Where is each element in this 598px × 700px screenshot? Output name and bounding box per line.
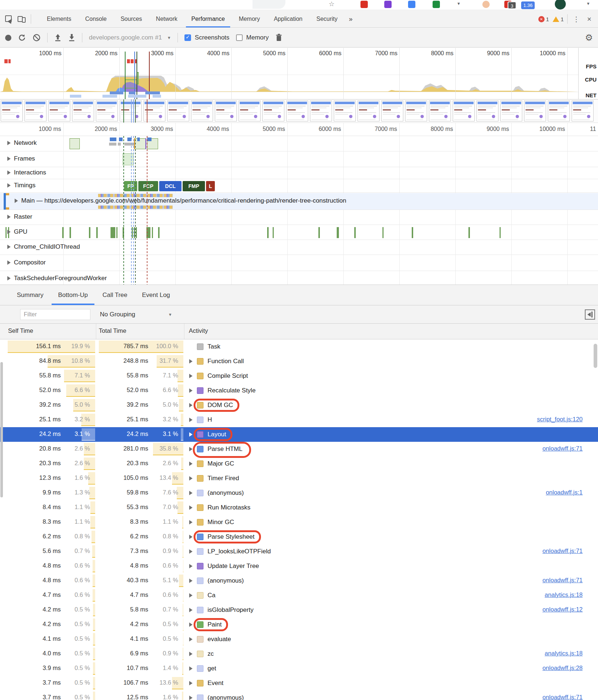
profile-avatar[interactable] [555,0,566,10]
timing-badge-fmp[interactable]: FMP [183,181,205,191]
tab-event-log[interactable]: Event Log [135,285,177,305]
table-row[interactable]: 4.2 ms0.5 %5.8 ms0.7 %isGlobalPropertyon… [0,603,598,617]
tab-network[interactable]: Network [149,11,184,27]
tab-memory[interactable]: Memory [232,11,267,27]
activity-name[interactable]: Layout [208,431,226,438]
extension-icon[interactable] [384,1,392,8]
table-row[interactable]: 8.4 ms1.1 %55.3 ms7.0 %Run Microtasks [0,500,598,515]
device-toolbar-icon[interactable] [18,15,26,23]
source-location-link[interactable]: onloadwff.js:71 [542,445,583,452]
tab-call-tree[interactable]: Call Tree [95,285,135,305]
tab-console[interactable]: Console [78,11,114,27]
activity-name[interactable]: (anonymous) [208,694,244,700]
expand-arrow-icon[interactable] [189,462,193,466]
menu-caret-icon[interactable]: ▾ [587,1,590,6]
filmstrip-thumbnail[interactable] [120,101,142,121]
expand-arrow-icon[interactable] [189,403,193,407]
disclosure-arrow-icon[interactable] [7,230,11,234]
filmstrip-thumbnail[interactable] [286,101,308,121]
filmstrip-thumbnail[interactable] [96,101,118,121]
garbage-collect-icon[interactable] [275,33,283,42]
warning-count-badge[interactable]: 1 [553,16,564,22]
activity-name[interactable]: evaluate [208,636,231,643]
activity-name[interactable]: Event [208,680,223,687]
filmstrip-thumbnail[interactable] [548,101,570,121]
filmstrip-thumbnail[interactable] [167,101,189,121]
bookmark-star-icon[interactable]: ☆ [329,0,334,8]
filmstrip-thumbnail[interactable] [453,101,475,121]
disclosure-arrow-icon[interactable] [7,260,11,265]
activity-name[interactable]: isGlobalProperty [208,606,254,614]
activity-name[interactable]: Ca [208,592,216,599]
track-main[interactable]: Main — https://developers.google.com/web… [0,193,598,210]
filmstrip-thumbnail[interactable] [262,101,284,121]
tab-security[interactable]: Security [309,11,344,27]
expand-arrow-icon[interactable] [189,696,193,700]
expand-arrow-icon[interactable] [189,622,193,627]
activity-name[interactable]: Run Microtasks [208,504,250,511]
expand-arrow-icon[interactable] [189,374,193,378]
table-row[interactable]: 4.2 ms0.5 %4.2 ms0.5 %Paint [0,617,598,632]
table-row[interactable]: 39.2 ms5.0 %39.2 ms5.0 %DOM GC [0,398,598,413]
activity-name[interactable]: LP_looksLikeOTPField [208,548,271,555]
expand-arrow-icon[interactable] [189,666,193,671]
source-location-link[interactable]: onloadwff.js:12 [542,606,583,613]
screenshots-checkbox[interactable] [184,34,191,41]
record-button[interactable] [5,35,11,41]
table-row[interactable]: 52.0 ms6.6 %52.0 ms6.6 %Recalculate Styl… [0,383,598,398]
table-row[interactable]: 25.1 ms3.2 %25.1 ms3.2 %Hscript_foot.js:… [0,413,598,427]
source-location-link[interactable]: onloadwff.js:1 [546,489,583,496]
flame-chart[interactable]: 1000 ms2000 ms3000 ms4000 ms5000 ms6000 … [0,123,598,285]
tab-sources[interactable]: Sources [113,11,149,27]
table-row[interactable]: 3.7 ms0.5 %106.7 ms13.6 %Event [0,676,598,690]
activity-name[interactable]: get [208,665,216,672]
source-location-link[interactable]: analytics.js:18 [545,650,583,657]
filmstrip-thumbnail[interactable] [429,101,451,121]
left-scrollbar[interactable] [0,362,3,497]
activity-name[interactable]: (anonymous) [208,489,244,497]
table-row[interactable]: 24.2 ms3.1 %24.2 ms3.1 %Layout [0,427,598,442]
expand-arrow-icon[interactable] [189,535,193,539]
expand-arrow-icon[interactable] [189,418,193,422]
tab-application[interactable]: Application [267,11,309,27]
disclosure-arrow-icon[interactable] [7,215,11,219]
inspect-element-icon[interactable] [5,15,12,23]
source-location-link[interactable]: onloadwff.js:71 [542,547,583,554]
more-tabs-button[interactable]: » [344,15,357,23]
memory-checkbox[interactable] [236,34,243,41]
disclosure-arrow-icon[interactable] [7,245,11,249]
filmstrip-thumbnail[interactable] [405,101,427,121]
table-row[interactable]: 84.8 ms10.8 %248.8 ms31.7 %Function Call [0,354,598,369]
activity-name[interactable]: Recalculate Style [208,387,255,394]
extension-icon[interactable] [408,1,415,8]
expand-arrow-icon[interactable] [189,359,193,364]
track-interactions[interactable]: Interactions [0,168,598,179]
table-row[interactable]: 20.3 ms2.6 %20.3 ms2.6 %Major GC [0,456,598,471]
filmstrip-thumbnail[interactable] [239,101,261,121]
expand-arrow-icon[interactable] [189,637,193,641]
expand-arrow-icon[interactable] [189,681,193,685]
tab-performance[interactable]: Performance [184,11,232,27]
clear-icon[interactable] [33,34,41,42]
table-row[interactable]: 4.7 ms0.6 %4.7 ms0.6 %Caanalytics.js:18 [0,588,598,603]
source-location-link[interactable]: onloadwff.js:71 [542,694,583,700]
capture-settings-icon[interactable]: ⚙ [585,33,593,43]
activity-name[interactable]: (anonymous) [208,577,244,584]
tab-elements[interactable]: Elements [40,11,78,27]
timeline-overview[interactable]: 1000 ms2000 ms3000 ms4000 ms5000 ms6000 … [0,48,598,99]
extension-icon[interactable] [360,1,368,8]
activity-name[interactable]: Parse Stylesheet [208,533,255,541]
track-chrome_childiothread[interactable]: Chrome_ChildIOThread [0,240,598,255]
filmstrip-thumbnail[interactable] [191,101,213,121]
expand-arrow-icon[interactable] [189,593,193,598]
source-location-link[interactable]: onloadwff.js:71 [542,577,583,584]
close-devtools-icon[interactable]: × [585,15,594,23]
track-frames[interactable]: Frames [0,152,598,167]
col-activity[interactable]: Activity [189,327,208,334]
expand-arrow-icon[interactable] [189,491,193,495]
table-row[interactable]: 4.8 ms0.6 %4.8 ms0.6 %Update Layer Tree [0,559,598,573]
disclosure-arrow-icon[interactable] [15,199,18,203]
tab-bottom-up[interactable]: Bottom-Up [51,285,95,305]
track-gpu[interactable]: GPU [0,225,598,240]
timing-badge-fcp[interactable]: FCP [138,181,158,191]
